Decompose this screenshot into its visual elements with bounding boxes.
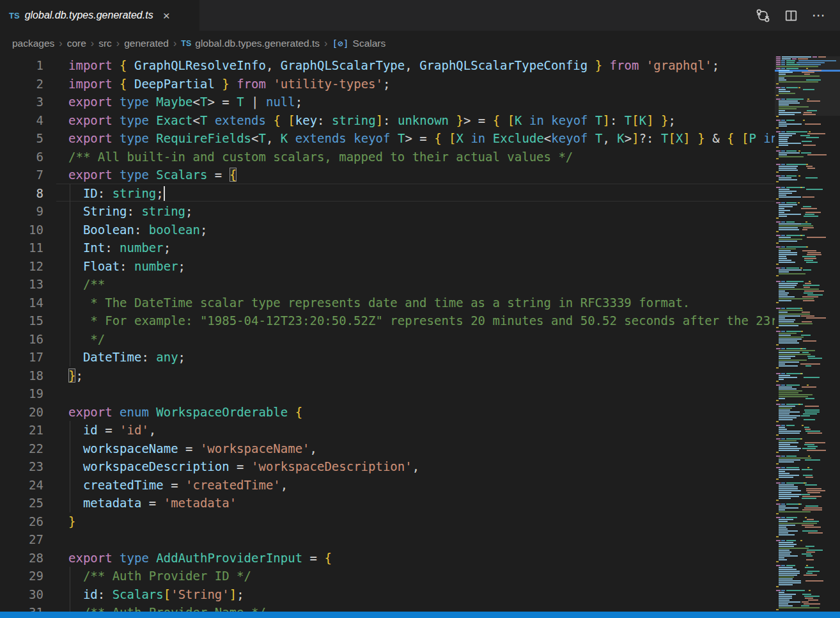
code-line[interactable]: /** Auth Provider Name */ [68,603,266,612]
chevron-right-icon: › [173,38,176,49]
minimap-row [775,181,840,183]
code-line[interactable]: id: Scalars['String']; [68,585,244,604]
code-line[interactable]: export type Exact<T extends { [key: stri… [68,111,676,130]
code-line[interactable]: Int: number; [68,239,171,257]
minimap-row [775,500,840,502]
breadcrumb-core[interactable]: core [67,38,86,49]
line-number: 23 [0,457,43,476]
minimap-row [775,452,840,454]
code-line[interactable]: import { DeepPartial } from 'utility-typ… [68,75,390,93]
tab-title: global.db.types.generated.ts [25,10,153,21]
minimap[interactable] [775,56,840,612]
chevron-right-icon: › [59,38,62,49]
minimap-row [775,367,840,369]
breadcrumb-src[interactable]: src [98,38,112,49]
line-number: 27 [0,530,43,549]
minimap-row [775,421,840,423]
vscode-window: TS global.db.types.generated.ts × [0,0,840,618]
code-line[interactable]: createdTime = 'createdTime', [68,476,288,495]
minimap-row [775,95,840,97]
code-line[interactable]: * For example: "1985-04-12T23:20:50.52Z"… [68,312,775,330]
minimap-row [775,400,840,402]
code-line[interactable]: export type Maybe<T> = T | null; [68,93,302,111]
line-number: 6 [0,148,43,166]
line-number: 22 [0,440,43,458]
line-number: 2 [0,75,43,93]
code-line[interactable]: export enum WorkspaceOrderable { [68,403,302,422]
code-line[interactable]: metadata = 'metadata' [68,494,237,512]
line-number: 12 [0,257,43,276]
line-number: 26 [0,512,43,531]
minimap-row [775,171,840,173]
code-line[interactable]: /** Auth Provider ID */ [68,567,251,585]
minimap-row [775,344,840,346]
line-number: 7 [0,166,43,184]
code-line[interactable]: workspaceDescription = 'workspaceDescrip… [68,457,419,476]
split-editor-icon[interactable] [781,6,800,25]
tab-bar: TS global.db.types.generated.ts × [0,0,840,31]
line-number: 25 [0,494,43,512]
line-number: 18 [0,367,43,385]
line-number: 19 [0,384,43,403]
close-tab-icon[interactable]: × [161,9,172,22]
minimap-row [775,327,840,329]
code-line[interactable]: * The DateTime scalar type represents da… [68,294,690,312]
line-number: 17 [0,348,43,367]
breadcrumb: packages › core › src › generated › TS g… [0,31,840,56]
open-changes-icon[interactable] [753,6,772,25]
line-number: 30 [0,585,43,604]
line-number: 3 [0,93,43,111]
code-line[interactable]: workspaceName = 'workspaceName', [68,440,317,458]
line-number: 28 [0,549,43,567]
code-line[interactable]: */ [68,330,105,349]
code-line[interactable]: String: string; [68,202,193,221]
line-number: 14 [0,294,43,312]
minimap-row [775,381,840,383]
minimap-row [775,609,840,611]
line-number: 10 [0,221,43,239]
text-cursor [164,186,165,201]
code-line[interactable]: }; [68,367,83,385]
breadcrumb-file[interactable]: global.db.types.generated.ts [195,38,320,49]
chevron-right-icon: › [116,38,120,49]
line-number: 24 [0,476,43,495]
code-line[interactable]: Float: number; [68,257,185,276]
minimap-row [775,83,840,85]
breadcrumb-generated[interactable]: generated [124,38,169,49]
code-line[interactable]: import { GraphQLResolveInfo, GraphQLScal… [68,56,719,75]
minimap-row [775,127,840,129]
code-line[interactable]: Boolean: boolean; [68,221,207,239]
code-line[interactable]: } [68,512,75,531]
minimap-row [775,198,840,200]
minimap-row [775,264,840,265]
line-number: 4 [0,111,43,130]
code-line[interactable]: /** All built-in and custom scalars, map… [68,148,573,166]
code-line[interactable]: export type Scalars = { [68,166,237,184]
breadcrumb-packages[interactable]: packages [12,38,54,49]
more-actions-icon[interactable]: ⋯ [809,6,828,25]
tab-global-db-types-generated[interactable]: TS global.db.types.generated.ts × [0,0,199,31]
status-bar [0,612,840,618]
minimap-row [775,561,840,563]
code-line[interactable]: export type RequireFields<T, K extends k… [68,129,775,148]
line-number: 8 [0,184,43,203]
minimap-row [775,302,840,304]
editor-actions: ⋯ [753,0,840,31]
chevron-right-icon: › [324,38,327,49]
line-number: 29 [0,567,43,585]
minimap-row [775,463,840,465]
code-line[interactable]: DateTime: any; [68,348,185,367]
code-line[interactable]: export type AddAuthProviderInput = { [68,549,332,567]
code-line[interactable]: ID: string; [68,184,164,203]
minimap-row [775,536,840,538]
code-line[interactable]: id = 'id', [68,421,156,440]
line-number: 11 [0,239,43,257]
typescript-file-icon: TS [181,39,191,48]
breadcrumb-symbol[interactable]: Scalars [353,38,386,49]
minimap-row [775,116,840,118]
chevron-right-icon: › [91,38,94,49]
editor-code[interactable]: 1import { GraphQLResolveInfo, GraphQLSca… [0,56,775,612]
minimap-row [775,513,840,515]
code-line[interactable]: /** [68,275,105,294]
symbol-type-icon: [⊘] [332,38,348,49]
